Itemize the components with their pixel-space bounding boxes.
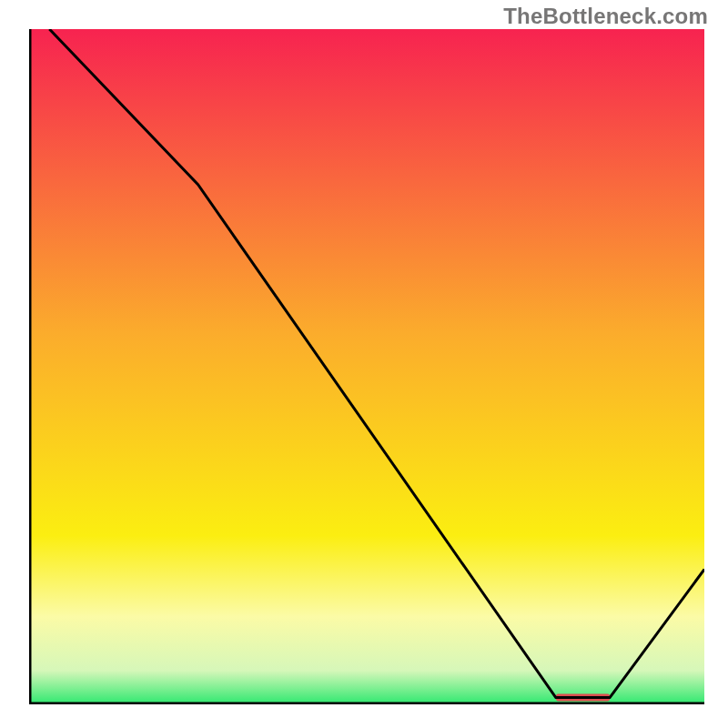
chart-background-gradient — [29, 29, 704, 704]
watermark-text: TheBottleneck.com — [503, 4, 708, 29]
chart-plot-area — [29, 29, 704, 704]
chart-svg — [29, 29, 704, 704]
chart-container: TheBottleneck.com — [0, 0, 728, 728]
